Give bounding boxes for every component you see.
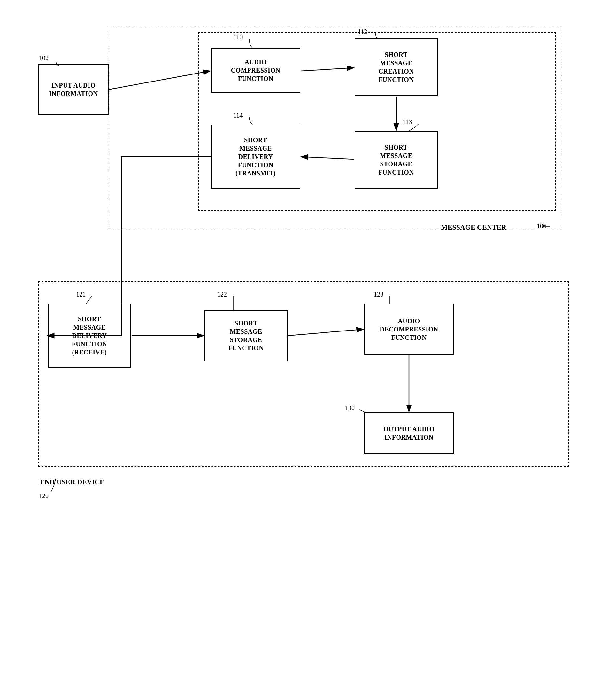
ref-102: 102: [39, 54, 48, 62]
short-message-delivery-receive-block: SHORTMESSAGEDELIVERYFUNCTION(RECEIVE): [48, 304, 131, 368]
short-message-storage-bottom-block: SHORTMESSAGESTORAGEFUNCTION: [204, 310, 288, 361]
ref-130: 130: [345, 404, 355, 412]
audio-compression-block: AUDIOCOMPRESSIONFUNCTION: [211, 48, 300, 93]
ref-114: 114: [233, 112, 242, 119]
diagram-container: INPUT AUDIO INFORMATION AUDIOCOMPRESSION…: [19, 13, 594, 671]
ref-120: 120: [39, 492, 48, 499]
ref-110: 110: [233, 34, 242, 41]
short-message-storage-top-block: SHORTMESSAGESTORAGEFUNCTION: [355, 131, 438, 189]
audio-decompression-block: AUDIODECOMPRESSIONFUNCTION: [364, 304, 454, 355]
message-center-label: MESSAGE CENTER: [441, 223, 506, 231]
short-message-delivery-transmit-block: SHORTMESSAGEDELIVERYFUNCTION(TRANSMIT): [211, 125, 300, 189]
ref-106: 106: [537, 222, 546, 230]
ref-122: 122: [217, 291, 227, 298]
input-audio-block: INPUT AUDIO INFORMATION: [38, 64, 109, 115]
end-user-device-label: END USER DEVICE: [40, 478, 105, 486]
ref-121: 121: [76, 291, 86, 298]
ref-112: 112: [358, 28, 367, 36]
ref-113: 113: [402, 118, 412, 126]
ref-123: 123: [374, 291, 383, 298]
output-audio-block: OUTPUT AUDIOINFORMATION: [364, 412, 454, 454]
short-message-creation-block: SHORTMESSAGECREATIONFUNCTION: [355, 38, 438, 96]
